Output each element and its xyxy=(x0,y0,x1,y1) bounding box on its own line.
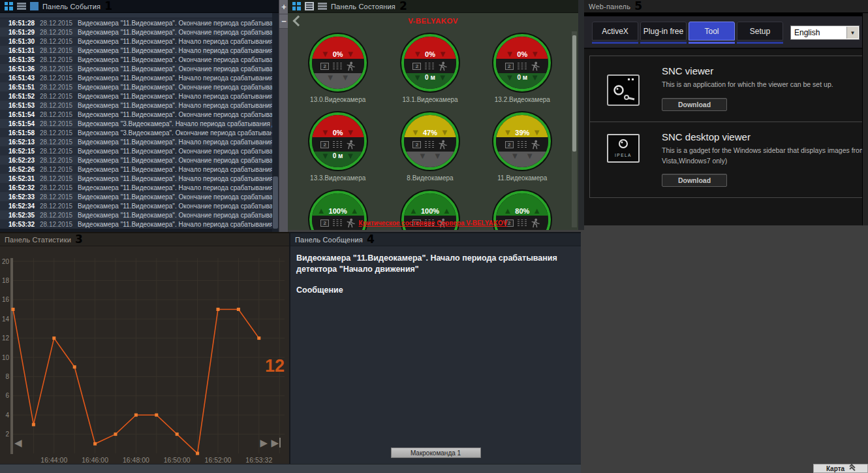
gauge-circle[interactable]: ▼ 39% ▼ 2 ▼ xyxy=(493,112,551,170)
event-row[interactable]: 16:52:13 28.12.2015 Видеокамера "11.Виде… xyxy=(0,137,272,146)
event-row[interactable]: 16:51:29 28.12.2015 Видеокамера "11.Виде… xyxy=(0,27,272,37)
event-row[interactable]: 16:52:33 28.12.2015 Видеокамера "11.Виде… xyxy=(0,192,272,201)
svg-text:16:46:00: 16:46:00 xyxy=(82,456,108,464)
event-row[interactable]: 16:52:35 28.12.2015 Видеокамера "11.Виде… xyxy=(0,210,272,220)
events-panel-header: Панель События 1 xyxy=(0,0,279,13)
web-tab[interactable]: Setup xyxy=(737,22,783,44)
camera-name: 13.2.Видеокамера xyxy=(495,96,550,103)
trend-arrow-icon: ▲ xyxy=(533,207,541,215)
trend-arrow-icon: ▲ xyxy=(409,207,418,215)
event-row[interactable]: 16:51:31 28.12.2015 Видеокамера "11.Виде… xyxy=(0,46,272,55)
event-row[interactable]: 16:51:28 28.12.2015 Видеокамера "11.Виде… xyxy=(0,18,272,27)
chart-skip-end-icon[interactable]: ▶ xyxy=(271,438,281,448)
event-row[interactable]: 16:51:54 28.12.2015 Видеокамера "11.Виде… xyxy=(0,110,272,119)
event-row[interactable]: 16:52:31 28.12.2015 Видеокамера "11.Виде… xyxy=(0,174,272,183)
event-date: 28.12.2015 xyxy=(40,47,78,54)
gauge-circle[interactable]: ▼ 0% ▼ 2 ▼ xyxy=(309,34,367,91)
event-row[interactable]: 16:52:34 28.12.2015 Видеокамера "11.Виде… xyxy=(0,201,272,210)
grid-layout-icon[interactable] xyxy=(5,2,13,10)
events-scrollbar[interactable] xyxy=(272,13,279,232)
svg-text:16: 16 xyxy=(2,296,10,303)
gauge-top-section: ▲ 100% ▲ xyxy=(312,193,364,216)
trend-arrow-icon: ▼ xyxy=(525,152,534,160)
trend-arrow-icon: ▼ xyxy=(321,129,330,137)
gauge-circle[interactable]: ▼ 0% ▼ 2 ▼ xyxy=(309,112,367,170)
map-button[interactable]: Карта xyxy=(813,464,868,473)
trend-arrow-icon: ▲ xyxy=(503,207,512,215)
event-row[interactable]: 16:53:32 28.12.2015 Видеокамера "11.Виде… xyxy=(0,220,272,229)
events-scrollbar-thumb[interactable] xyxy=(273,176,278,229)
event-date: 28.12.2015 xyxy=(40,129,78,137)
event-row[interactable]: 16:52:15 28.12.2015 Видеокамера "11.Виде… xyxy=(0,146,272,155)
zoom-in-button[interactable]: + xyxy=(279,0,288,14)
svg-text:16:44:00: 16:44:00 xyxy=(40,456,67,464)
event-row[interactable]: 16:51:35 28.12.2015 Видеокамера "11.Виде… xyxy=(0,55,272,64)
event-time: 16:51:31 xyxy=(8,47,40,54)
camera-gauge[interactable]: ▼ 0% ▼ 2 ▼ xyxy=(292,34,384,107)
zoom-out-button[interactable]: − xyxy=(279,14,288,29)
event-time: 16:52:31 xyxy=(8,175,40,182)
events-rows: 16:51:28 28.12.2015 Видеокамера "11.Виде… xyxy=(0,18,272,229)
download-button[interactable]: Download xyxy=(662,98,727,111)
message-panel: Панель Сообщения 4 Видеокамера "11.Видео… xyxy=(289,232,581,464)
camera-gauge[interactable]: ▼ 0% ▼ 2 ▼ xyxy=(476,34,568,107)
event-row[interactable]: 16:52:23 28.12.2015 Видеокамера "11.Виде… xyxy=(0,155,272,165)
svg-text:6: 6 xyxy=(5,392,9,399)
event-time: 16:52:13 xyxy=(8,139,40,146)
event-row[interactable]: 16:52:26 28.12.2015 Видеокамера "11.Виде… xyxy=(0,165,272,174)
gauge-circle[interactable]: ▼ 0% ▼ 2 ▼ xyxy=(493,34,551,91)
camera-gauge[interactable]: ▼ 0% ▼ 2 ▼ xyxy=(384,34,476,107)
event-row[interactable]: 16:52:32 28.12.2015 Видеокамера "11.Виде… xyxy=(0,183,272,192)
svg-text:16:50:00: 16:50:00 xyxy=(164,456,191,464)
camera-gauge[interactable]: ▼ 39% ▼ 2 ▼ xyxy=(476,112,568,186)
gauge-circle[interactable]: ▼ 47% ▼ 2 ▼ xyxy=(401,112,459,170)
event-date: 28.12.2015 xyxy=(40,84,78,91)
snc-viewer-description: This is an application for which the vie… xyxy=(662,80,833,90)
chart-prev-icon[interactable]: ◀ xyxy=(14,438,22,448)
web-tab-label[interactable]: ActiveX xyxy=(592,22,638,41)
event-row[interactable]: 16:51:54 28.12.2015 Видеокамера "3.Видео… xyxy=(0,119,272,128)
trend-arrow-icon: ▼ xyxy=(533,129,541,137)
web-tab-label[interactable]: Plug-in free xyxy=(640,22,687,41)
event-row[interactable]: 16:51:30 28.12.2015 Видеокамера "11.Виде… xyxy=(0,37,272,46)
event-row[interactable]: 16:51:58 28.12.2015 Видеокамера "3.Видео… xyxy=(0,128,272,137)
web-tab[interactable]: Tool xyxy=(689,22,735,44)
critical-state-link[interactable]: Критическое состояние Сервера V-BELYAKOV xyxy=(288,220,578,227)
web-tab[interactable]: Plug-in free xyxy=(640,22,687,44)
list-layout-icon[interactable] xyxy=(305,2,314,10)
event-description: Видеокамера "11.Видеокамера". Начало пер… xyxy=(78,221,272,228)
language-dropdown[interactable]: English ▼ xyxy=(790,25,860,40)
chart-next-icon[interactable]: ▶ xyxy=(260,438,268,448)
status-scrollbar[interactable] xyxy=(572,31,577,227)
web-scrollbar[interactable] xyxy=(862,13,868,225)
detail-layout-icon[interactable] xyxy=(318,2,327,10)
camera-gauge[interactable]: ▼ 47% ▼ 2 ▼ xyxy=(384,112,476,186)
event-row[interactable]: 16:51:53 28.12.2015 Видеокамера "11.Виде… xyxy=(0,101,272,110)
event-date: 28.12.2015 xyxy=(40,29,78,36)
event-date: 28.12.2015 xyxy=(40,111,78,118)
dropdown-arrow-icon[interactable]: ▼ xyxy=(846,27,858,39)
event-description: Видеокамера "11.Видеокамера". Окончание … xyxy=(78,203,272,210)
event-date: 28.12.2015 xyxy=(40,212,78,219)
event-date: 28.12.2015 xyxy=(40,157,78,164)
web-tab-label[interactable]: Setup xyxy=(737,22,783,41)
event-row[interactable]: 16:51:43 28.12.2015 Видеокамера "11.Виде… xyxy=(0,73,272,82)
snc-desktop-viewer-title: SNC desktop viewer xyxy=(662,131,868,142)
event-row[interactable]: 16:51:51 28.12.2015 Видеокамера "11.Виде… xyxy=(0,82,272,91)
macro-command-button[interactable]: Макрокоманда 1 xyxy=(391,448,481,458)
web-panel: Web-панель 5 ActiveX Plug-in free Tool xyxy=(584,0,868,225)
event-row[interactable]: 16:51:52 28.12.2015 Видеокамера "11.Виде… xyxy=(0,91,272,101)
full-layout-icon[interactable] xyxy=(30,2,39,10)
camera-gauge[interactable]: ▼ 0% ▼ 2 ▼ xyxy=(292,112,384,186)
web-tab[interactable]: ActiveX xyxy=(592,22,638,44)
event-description: Видеокамера "11.Видеокамера". Начало пер… xyxy=(78,102,272,109)
motion-detector-icon xyxy=(346,140,355,150)
gauge-circle[interactable]: ▼ 0% ▼ 2 ▼ xyxy=(401,34,459,91)
status-scrollbar-thumb[interactable] xyxy=(572,35,576,152)
download-button[interactable]: Download xyxy=(662,174,727,187)
event-row[interactable]: 16:51:36 28.12.2015 Видеокамера "11.Виде… xyxy=(0,64,272,73)
grid-layout-icon[interactable] xyxy=(292,2,301,10)
web-tab-label[interactable]: Tool xyxy=(689,22,735,41)
svg-text:20: 20 xyxy=(2,258,10,265)
list-layout-icon[interactable] xyxy=(17,2,26,10)
